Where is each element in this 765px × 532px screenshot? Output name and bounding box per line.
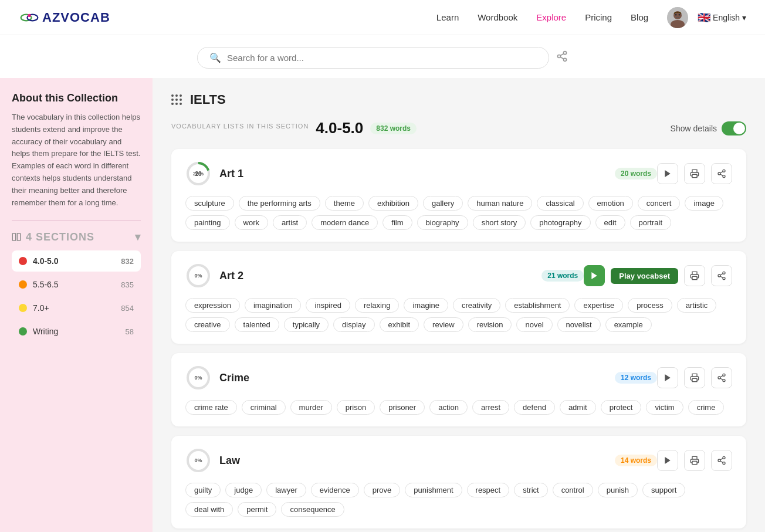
sidebar-item-7.0+[interactable]: 7.0+ 854 <box>12 297 141 318</box>
tag[interactable]: arrest <box>472 400 509 415</box>
tag[interactable]: painting <box>185 215 230 230</box>
tag[interactable]: edit <box>595 215 625 230</box>
tag[interactable]: lawyer <box>266 483 306 497</box>
tag[interactable]: concert <box>638 196 681 211</box>
nav-learn[interactable]: Learn <box>436 12 459 22</box>
share-card-button[interactable] <box>711 367 732 388</box>
tag[interactable]: talented <box>235 317 279 332</box>
tag[interactable]: typically <box>284 317 329 332</box>
tag[interactable]: criminal <box>242 400 286 415</box>
tag[interactable]: expression <box>185 298 240 313</box>
play-button[interactable] <box>657 450 678 471</box>
tag[interactable]: creativity <box>453 298 500 313</box>
card-title: Law <box>219 455 610 467</box>
tag[interactable]: prisoner <box>380 400 425 415</box>
language-selector[interactable]: 🇬🇧 English ▾ <box>698 11 746 24</box>
print-button[interactable] <box>684 450 705 471</box>
play-button[interactable] <box>584 265 605 286</box>
tag[interactable]: photography <box>530 215 590 230</box>
tag[interactable]: defend <box>514 400 555 415</box>
nav-blog[interactable]: Blog <box>631 12 648 22</box>
play-button[interactable] <box>657 163 678 184</box>
tag[interactable]: strict <box>514 483 547 497</box>
search-input[interactable] <box>227 53 537 63</box>
tag[interactable]: support <box>642 483 685 497</box>
tag[interactable]: exhibition <box>368 196 418 211</box>
sections-header[interactable]: 4 SECTIONS ▾ <box>12 231 141 243</box>
tag[interactable]: exhibit <box>380 317 419 332</box>
tag[interactable]: novel <box>516 317 552 332</box>
tag[interactable]: expertise <box>574 298 623 313</box>
tag[interactable]: artistic <box>677 298 717 313</box>
tag[interactable]: inspired <box>306 298 350 313</box>
tag[interactable]: imagination <box>245 298 302 313</box>
tag[interactable]: evidence <box>311 483 359 497</box>
tag[interactable]: process <box>628 298 672 313</box>
tag[interactable]: protect <box>601 400 642 415</box>
nav-explore[interactable]: Explore <box>536 12 566 22</box>
tag[interactable]: sculpture <box>185 196 234 211</box>
tag[interactable]: guilty <box>185 483 221 497</box>
tag[interactable]: permit <box>238 502 276 517</box>
sidebar-item-writing[interactable]: Writing 58 <box>12 321 141 342</box>
sidebar-item-4.0-5.0[interactable]: 4.0-5.0 832 <box>12 250 141 272</box>
tag[interactable]: modern dance <box>312 215 378 230</box>
tag[interactable]: establishment <box>505 298 570 313</box>
play-button[interactable] <box>657 367 678 388</box>
tag[interactable]: novelist <box>557 317 601 332</box>
tag[interactable]: gallery <box>423 196 463 211</box>
tag[interactable]: short story <box>473 215 526 230</box>
share-card-button[interactable] <box>711 265 732 286</box>
tag[interactable]: consequence <box>281 502 344 517</box>
tag[interactable]: punishment <box>405 483 462 497</box>
logo[interactable]: AZVOCAB <box>19 7 110 28</box>
grid-icon[interactable] <box>171 94 182 105</box>
tag[interactable]: biography <box>417 215 468 230</box>
nav-pricing[interactable]: Pricing <box>585 12 612 22</box>
tag[interactable]: relaxing <box>355 298 400 313</box>
section-dot <box>19 257 27 265</box>
tag[interactable]: classical <box>537 196 583 211</box>
tag[interactable]: respect <box>467 483 510 497</box>
tag[interactable]: victim <box>646 400 683 415</box>
print-button[interactable] <box>684 163 705 184</box>
tag[interactable]: image <box>685 196 723 211</box>
tag[interactable]: prove <box>364 483 401 497</box>
tag[interactable]: artist <box>273 215 307 230</box>
tag[interactable]: revision <box>468 317 512 332</box>
tag[interactable]: admit <box>560 400 596 415</box>
share-card-button[interactable] <box>711 163 732 184</box>
print-button[interactable] <box>684 367 705 388</box>
tag[interactable]: review <box>424 317 463 332</box>
tag[interactable]: punish <box>598 483 638 497</box>
show-details-toggle[interactable] <box>722 121 746 135</box>
tag[interactable]: portrait <box>630 215 671 230</box>
tag[interactable]: the performing arts <box>239 196 320 211</box>
share-button[interactable] <box>556 50 568 65</box>
tag[interactable]: emotion <box>588 196 633 211</box>
share-card-button[interactable] <box>711 450 732 471</box>
nav-wordbook[interactable]: Wordbook <box>478 12 517 22</box>
tag[interactable]: prison <box>337 400 375 415</box>
tag[interactable]: imagine <box>404 298 448 313</box>
tag[interactable]: display <box>333 317 374 332</box>
tag[interactable]: action <box>429 400 468 415</box>
section-count: 58 <box>126 327 134 336</box>
sidebar-item-5.5-6.5[interactable]: 5.5-6.5 835 <box>12 274 141 295</box>
svg-point-45 <box>723 462 725 465</box>
tag[interactable]: deal with <box>185 502 233 517</box>
tag[interactable]: crime rate <box>185 400 237 415</box>
tag[interactable]: theme <box>325 196 364 211</box>
tag[interactable]: human nature <box>468 196 532 211</box>
print-button[interactable] <box>684 265 705 286</box>
tag[interactable]: crime <box>688 400 725 415</box>
svg-rect-26 <box>692 276 697 279</box>
tag[interactable]: murder <box>290 400 332 415</box>
tag[interactable]: example <box>605 317 652 332</box>
tag[interactable]: control <box>553 483 593 497</box>
tag[interactable]: judge <box>225 483 262 497</box>
avatar[interactable] <box>667 7 688 28</box>
tag[interactable]: film <box>382 215 412 230</box>
tag[interactable]: creative <box>185 317 230 332</box>
tag[interactable]: work <box>235 215 268 230</box>
